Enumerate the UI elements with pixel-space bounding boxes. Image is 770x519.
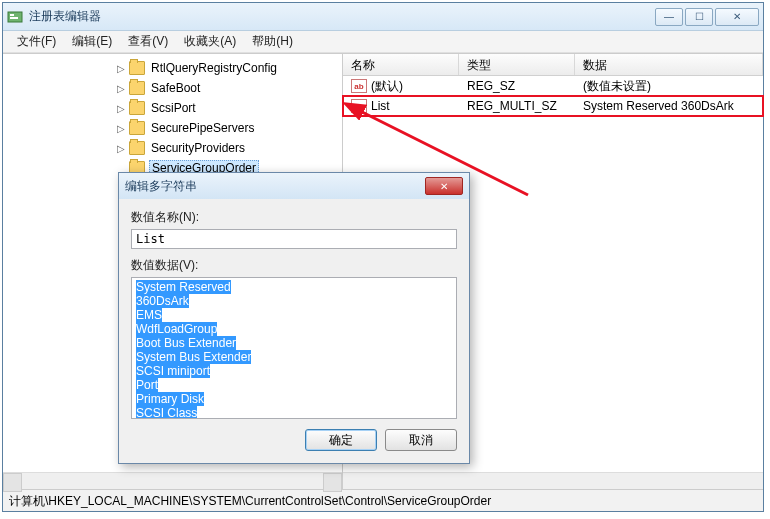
- statusbar: 计算机\HKEY_LOCAL_MACHINE\SYSTEM\CurrentCon…: [3, 489, 763, 511]
- tree-node-label: RtlQueryRegistryConfig: [149, 61, 279, 75]
- tree-node-label: SecurityProviders: [149, 141, 247, 155]
- svg-rect-2: [10, 17, 18, 19]
- tree-node-label: SafeBoot: [149, 81, 202, 95]
- tree-node[interactable]: ▷ScsiPort: [3, 98, 342, 118]
- app-icon: [7, 9, 23, 25]
- header-data[interactable]: 数据: [575, 54, 763, 75]
- string-value-icon: ab: [351, 79, 367, 93]
- value-data: (数值未设置): [575, 78, 763, 95]
- window-title: 注册表编辑器: [29, 8, 655, 25]
- value-data: System Reserved 360DsArk: [575, 99, 763, 113]
- expand-icon[interactable]: ▷: [115, 103, 127, 114]
- value-name: (默认): [371, 79, 403, 93]
- tree-node[interactable]: ▷SafeBoot: [3, 78, 342, 98]
- value-name: List: [371, 99, 390, 113]
- svg-rect-1: [10, 14, 14, 16]
- value-data-textarea[interactable]: System Reserved360DsArkEMSWdfLoadGroupBo…: [131, 277, 457, 419]
- values-header: 名称 类型 数据: [343, 54, 763, 76]
- cancel-button[interactable]: 取消: [385, 429, 457, 451]
- menu-favorites[interactable]: 收藏夹(A): [176, 31, 244, 52]
- value-row-highlighted[interactable]: abList REG_MULTI_SZ System Reserved 360D…: [343, 96, 763, 116]
- tree-horizontal-scrollbar[interactable]: [3, 472, 342, 489]
- expand-icon[interactable]: ▷: [115, 83, 127, 94]
- maximize-button[interactable]: ☐: [685, 8, 713, 26]
- menu-edit[interactable]: 编辑(E): [64, 31, 120, 52]
- tree-node[interactable]: ▷RtlQueryRegistryConfig: [3, 58, 342, 78]
- menu-view[interactable]: 查看(V): [120, 31, 176, 52]
- value-data-label: 数值数据(V):: [131, 257, 457, 274]
- value-name-label: 数值名称(N):: [131, 209, 457, 226]
- status-path: 计算机\HKEY_LOCAL_MACHINE\SYSTEM\CurrentCon…: [9, 494, 491, 508]
- menubar: 文件(F) 编辑(E) 查看(V) 收藏夹(A) 帮助(H): [3, 31, 763, 53]
- ok-button[interactable]: 确定: [305, 429, 377, 451]
- menu-help[interactable]: 帮助(H): [244, 31, 301, 52]
- tree-node-label: SecurePipeServers: [149, 121, 256, 135]
- header-type[interactable]: 类型: [459, 54, 575, 75]
- dialog-title: 编辑多字符串: [125, 178, 425, 195]
- expand-icon[interactable]: ▷: [115, 63, 127, 74]
- edit-multistring-dialog: 编辑多字符串 ✕ 数值名称(N): 数值数据(V): System Reserv…: [118, 172, 470, 464]
- expand-icon[interactable]: ▷: [115, 143, 127, 154]
- dialog-close-button[interactable]: ✕: [425, 177, 463, 195]
- expand-icon[interactable]: ▷: [115, 123, 127, 134]
- value-type: REG_MULTI_SZ: [459, 99, 575, 113]
- minimize-button[interactable]: —: [655, 8, 683, 26]
- folder-icon: [129, 61, 145, 75]
- folder-icon: [129, 101, 145, 115]
- header-name[interactable]: 名称: [343, 54, 459, 75]
- folder-icon: [129, 81, 145, 95]
- values-horizontal-scrollbar[interactable]: [343, 472, 763, 489]
- menu-file[interactable]: 文件(F): [9, 31, 64, 52]
- tree-node-label: ScsiPort: [149, 101, 198, 115]
- tree-node[interactable]: ▷SecurityProviders: [3, 138, 342, 158]
- close-button[interactable]: ✕: [715, 8, 759, 26]
- value-name-input[interactable]: [131, 229, 457, 249]
- titlebar[interactable]: 注册表编辑器 — ☐ ✕: [3, 3, 763, 31]
- tree-node[interactable]: ▷SecurePipeServers: [3, 118, 342, 138]
- dialog-titlebar[interactable]: 编辑多字符串 ✕: [119, 173, 469, 199]
- folder-icon: [129, 141, 145, 155]
- folder-icon: [129, 121, 145, 135]
- value-row[interactable]: ab(默认) REG_SZ (数值未设置): [343, 76, 763, 96]
- string-value-icon: ab: [351, 99, 367, 113]
- value-type: REG_SZ: [459, 79, 575, 93]
